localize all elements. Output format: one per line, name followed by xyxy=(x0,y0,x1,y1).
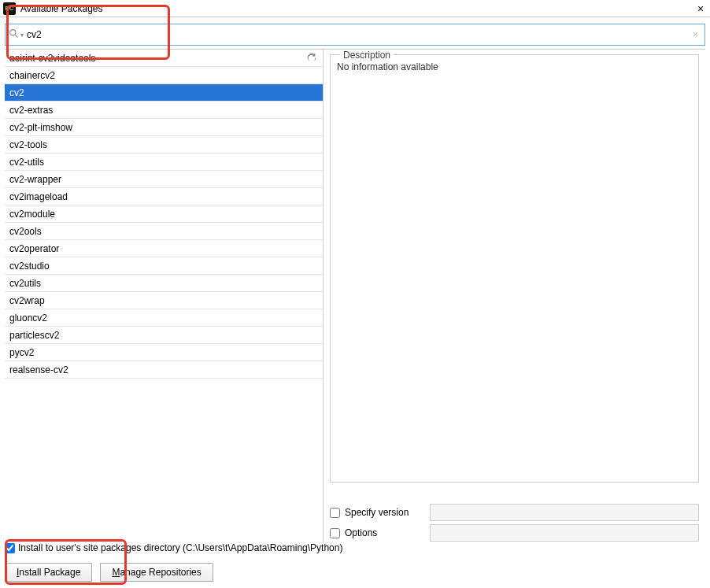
install-user-site-row: Install to user's site packages director… xyxy=(5,539,705,557)
clear-search-icon[interactable]: × xyxy=(690,29,701,40)
window-title: Available Packages xyxy=(20,3,694,14)
package-list-item[interactable]: cv2-utils xyxy=(5,153,323,171)
package-list-item[interactable]: cv2-plt-imshow xyxy=(5,119,323,136)
package-list-item[interactable]: chainercv2 xyxy=(5,67,323,84)
app-icon: PC xyxy=(3,2,16,15)
package-list-wrap: aoirint-cv2videotoolschainercv2cv2cv2-ex… xyxy=(5,49,323,543)
package-list-item[interactable]: cv2imageload xyxy=(5,188,323,205)
package-list-item[interactable]: particlescv2 xyxy=(5,327,323,344)
package-list-item[interactable]: cv2-wrapper xyxy=(5,171,323,188)
refresh-icon[interactable] xyxy=(305,52,318,65)
button-row: Install Package Manage Repositories xyxy=(5,563,705,582)
package-list-panel: aoirint-cv2videotoolschainercv2cv2cv2-ex… xyxy=(5,49,324,543)
svg-point-0 xyxy=(10,30,16,35)
package-list-item[interactable]: cv2utils xyxy=(5,275,323,292)
search-dropdown-icon[interactable]: ▾ xyxy=(20,31,24,39)
description-frame: Description No information available xyxy=(330,54,699,483)
specify-version-field[interactable] xyxy=(430,504,699,521)
package-list-item[interactable]: cv2wrap xyxy=(5,292,323,309)
package-list-item[interactable]: cv2 xyxy=(5,84,323,102)
install-user-site-label: Install to user's site packages director… xyxy=(18,542,342,553)
package-list-item[interactable]: cv2studio xyxy=(5,257,323,275)
specify-version-checkbox[interactable] xyxy=(330,508,340,518)
specify-version-label: Specify version xyxy=(345,507,425,518)
package-list-item[interactable]: realsense-cv2 xyxy=(5,361,323,379)
manage-repositories-button[interactable]: Manage Repositories xyxy=(100,563,213,582)
content-area: aoirint-cv2videotoolschainercv2cv2cv2-ex… xyxy=(5,49,705,543)
options-checkbox[interactable] xyxy=(330,528,340,538)
close-icon[interactable]: × xyxy=(694,2,707,15)
search-bar[interactable]: ▾ × xyxy=(5,24,705,46)
details-panel: Description No information available Spe… xyxy=(324,49,705,543)
package-list-item[interactable]: gluoncv2 xyxy=(5,309,323,327)
specify-version-row: Specify version xyxy=(330,502,699,523)
install-package-button[interactable]: Install Package xyxy=(5,563,92,582)
install-user-site-checkbox[interactable] xyxy=(5,543,15,553)
package-list-item[interactable]: pycv2 xyxy=(5,344,323,361)
options-label: Options xyxy=(345,527,425,538)
description-box: Description No information available xyxy=(324,50,705,499)
description-text: No information available xyxy=(337,61,692,72)
svg-line-1 xyxy=(15,35,17,37)
package-list-item[interactable]: cv2-tools xyxy=(5,136,323,153)
package-list-item[interactable]: cv2operator xyxy=(5,240,323,257)
package-list-item[interactable]: cv2-extras xyxy=(5,102,323,119)
titlebar: PC Available Packages × xyxy=(0,0,710,17)
description-label: Description xyxy=(340,50,394,61)
package-list-item[interactable]: cv2module xyxy=(5,205,323,223)
search-input[interactable] xyxy=(27,24,690,45)
search-icon xyxy=(9,28,19,41)
package-list-item[interactable]: cv2ools xyxy=(5,223,323,240)
package-list-item[interactable]: aoirint-cv2videotools xyxy=(5,50,323,67)
bottom-bar: Install to user's site packages director… xyxy=(5,539,705,582)
options-area: Specify version Options xyxy=(324,499,705,543)
package-list[interactable]: aoirint-cv2videotoolschainercv2cv2cv2-ex… xyxy=(5,50,323,379)
